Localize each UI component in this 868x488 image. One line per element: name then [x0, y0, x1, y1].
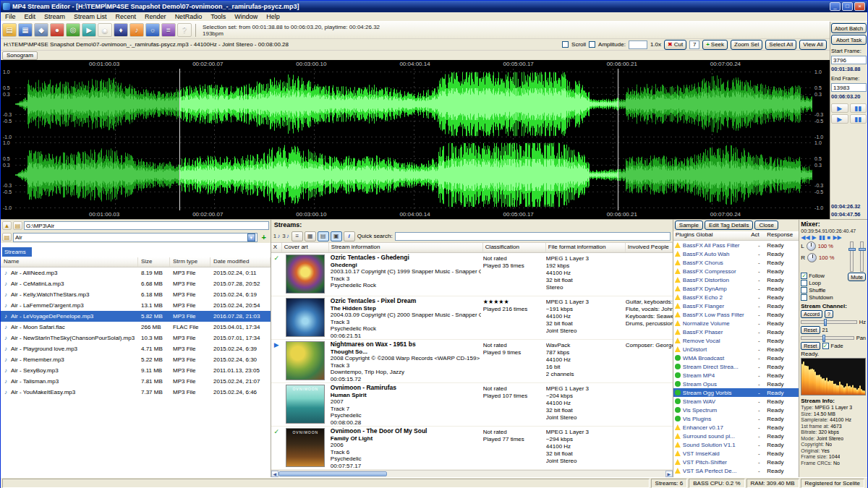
- plugin-row[interactable]: Remove Vocal - Ready: [673, 336, 799, 345]
- table-row[interactable]: ♪Air - LaFemmeD'argent.mp3 13.1 MB MP3 F…: [1, 300, 271, 311]
- table-row[interactable]: ♪Air - CeMatinLa.mp3 6.68 MB MP3 File 20…: [1, 278, 271, 289]
- plugin-row[interactable]: BassFX Phaser - Ready: [673, 328, 799, 336]
- forward-icon[interactable]: ▶▶: [833, 234, 841, 241]
- rewind-icon[interactable]: ◀◀: [801, 234, 809, 241]
- quick-search-input[interactable]: [395, 232, 671, 241]
- play-icon[interactable]: ▶: [82, 23, 96, 37]
- plugin-row[interactable]: Stream WAV - Ready: [673, 397, 799, 406]
- spectrum-canvas[interactable]: [801, 359, 865, 395]
- list-view-icon[interactable]: ≡: [292, 231, 303, 241]
- amplitude-input[interactable]: [629, 40, 647, 49]
- edit-tag-details-button[interactable]: Edit Tag Details: [705, 221, 753, 230]
- cube-icon[interactable]: ◆: [34, 23, 48, 37]
- eq-slider[interactable]: [801, 320, 857, 324]
- maximize-button[interactable]: □: [842, 2, 853, 11]
- menu-item[interactable]: Render: [140, 13, 171, 20]
- left-fader[interactable]: [850, 241, 854, 272]
- table-row[interactable]: ♪Air - AllINeed.mp3 8.19 MB MP3 File 201…: [1, 267, 271, 278]
- plugin-row[interactable]: VST ImseKaid - Ready: [673, 449, 799, 458]
- table-row[interactable]: ♪Air - Talisman.mp3 7.81 MB MP3 File 201…: [1, 376, 271, 387]
- cut-frames-spinner[interactable]: 7: [689, 40, 699, 49]
- close-button-streams[interactable]: Close: [754, 221, 778, 230]
- stream-row[interactable]: ✓ OVNIMOON Ovnimoon - The Door Of My Sou…: [271, 427, 673, 470]
- plugin-row[interactable]: UnDistort - Ready: [673, 345, 799, 354]
- left-fader-thumb[interactable]: [848, 248, 856, 251]
- seek-button[interactable]: +Seek: [702, 40, 728, 50]
- fade-checkbox[interactable]: [822, 343, 829, 349]
- plugin-row[interactable]: Stream Opus - Ready: [673, 380, 799, 388]
- minimize-button[interactable]: _: [830, 2, 841, 11]
- menu-item[interactable]: Stream: [40, 13, 69, 20]
- save-icon[interactable]: ▦: [18, 23, 33, 37]
- pause-icon[interactable]: ▮▮: [819, 234, 825, 241]
- plugin-row[interactable]: BassFX Distortion - Ready: [673, 275, 799, 284]
- plugins-header-act[interactable]: Act: [751, 231, 767, 240]
- folder-select[interactable]: Air ▼: [13, 233, 258, 242]
- menu-item[interactable]: Window: [230, 13, 262, 20]
- info-icon[interactable]: i: [344, 231, 355, 241]
- checkbox[interactable]: [801, 287, 807, 294]
- music-note-icon[interactable]: ♪: [129, 23, 144, 37]
- left-volume-knob[interactable]: [807, 241, 816, 251]
- record-icon[interactable]: ●: [50, 23, 64, 37]
- column-header-type[interactable]: Strm type: [170, 257, 210, 267]
- option-row[interactable]: Loop: [801, 280, 848, 286]
- close-button[interactable]: ×: [854, 2, 865, 11]
- plugin-row[interactable]: BassFX Low Pass Filter - Ready: [673, 310, 799, 319]
- stream-row[interactable]: OVNIMOON Ovnimoon - RamirufasHuman Spiri…: [271, 383, 673, 427]
- right-fader[interactable]: [860, 241, 864, 272]
- plugin-row[interactable]: BassFX DynAmp - Ready: [673, 284, 799, 293]
- option-row[interactable]: Shuffle: [801, 287, 848, 294]
- right-fader-thumb[interactable]: [859, 248, 866, 251]
- chevron-down-icon[interactable]: ▼: [247, 234, 255, 241]
- microphone-icon[interactable]: ♦: [114, 23, 128, 37]
- right-volume-knob[interactable]: [807, 253, 817, 262]
- column-header-cover[interactable]: Cover art: [282, 243, 329, 252]
- table-row[interactable]: ♪Air - LeVoyageDePenelope.mp3 5.82 MB MP…: [1, 311, 271, 322]
- cover-view-icon[interactable]: ▣: [331, 231, 342, 241]
- plugin-row[interactable]: VST Pitch-Shifter - Ready: [673, 458, 799, 466]
- pan-slider[interactable]: [801, 336, 854, 340]
- plugin-row[interactable]: Enhancer v0.17 - Ready: [673, 423, 799, 432]
- sample-button[interactable]: Sample: [675, 221, 703, 230]
- sonogram-button[interactable]: Sonogram: [2, 51, 38, 60]
- view-all-button[interactable]: View All: [799, 40, 827, 50]
- column-header-size[interactable]: Size: [138, 257, 170, 267]
- plugin-row[interactable]: BassFX Auto Wah - Ready: [673, 249, 799, 258]
- folder-icon[interactable]: ▤: [13, 221, 22, 230]
- play-file-icon[interactable]: ▶: [831, 114, 848, 124]
- eq-slider-thumb[interactable]: [824, 319, 827, 326]
- table-row[interactable]: ♪Air - SexyBoy.mp3 9.11 MB MP3 File 2011…: [1, 365, 271, 376]
- help-button[interactable]: ?: [825, 310, 833, 318]
- column-header-format[interactable]: File format information: [546, 243, 626, 252]
- option-row[interactable]: Shutdown: [801, 294, 848, 301]
- grid-view-icon[interactable]: ▦: [305, 231, 316, 241]
- stream-row[interactable]: ✓ Ozric Tentacles - GhedengiGhedengi2003…: [271, 253, 673, 296]
- eq-reset-button[interactable]: Reset: [801, 326, 820, 334]
- mixer-icon[interactable]: ≡: [161, 23, 176, 37]
- open-file-icon[interactable]: ▤: [2, 23, 17, 37]
- column-header-x[interactable]: X: [271, 243, 282, 252]
- column-header-date[interactable]: Date modified: [210, 257, 271, 267]
- waveform-canvas[interactable]: [15, 69, 812, 210]
- tree-item-streams[interactable]: Streams: [2, 247, 32, 257]
- detail-view-icon[interactable]: ▤: [318, 231, 329, 241]
- menu-item[interactable]: Edit: [20, 13, 41, 20]
- add-folder-button[interactable]: +: [259, 233, 269, 241]
- plugins-header-name[interactable]: Plugins Global: [673, 231, 751, 240]
- horizontal-scrollbar[interactable]: ◀ ▶: [271, 470, 673, 477]
- scroll-left-icon[interactable]: ◀: [271, 471, 278, 477]
- scrollbar-thumb[interactable]: [278, 471, 387, 476]
- plugins-header-response[interactable]: Response: [767, 231, 799, 240]
- table-row[interactable]: ♪Air - Moon Safari.flac 266 MB FLAC File…: [1, 322, 271, 333]
- table-row[interactable]: ♪Air - NewStarInTheSky(ChansonPourSolal)…: [1, 333, 271, 343]
- folder-up-icon[interactable]: ▲: [2, 221, 12, 230]
- play-selection-icon[interactable]: ▶: [831, 103, 848, 113]
- plugin-row[interactable]: Normalize Volume - Ready: [673, 319, 799, 328]
- column-header-info[interactable]: Stream information: [329, 243, 483, 252]
- plugin-row[interactable]: Surround sound pl... - Ready: [673, 432, 799, 440]
- end-frame-input[interactable]: [831, 83, 867, 92]
- path-input[interactable]: [24, 221, 269, 230]
- pan-reset-button[interactable]: Reset: [801, 342, 820, 350]
- plugin-row[interactable]: BassFX All Pass Filter - Ready: [673, 241, 799, 249]
